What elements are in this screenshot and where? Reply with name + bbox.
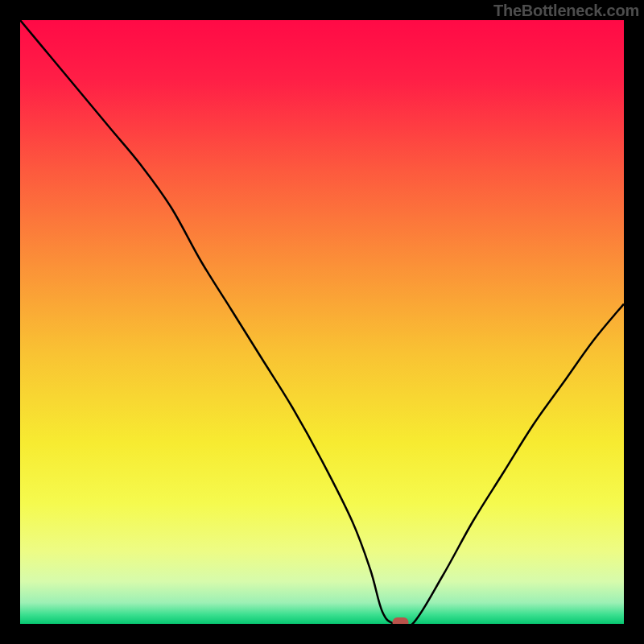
- gradient-background: [20, 20, 624, 624]
- plot-area: [20, 20, 624, 624]
- watermark-text: TheBottleneck.com: [493, 2, 639, 20]
- minimum-marker: [393, 617, 409, 624]
- bottleneck-chart: [20, 20, 624, 624]
- chart-frame: TheBottleneck.com: [0, 0, 644, 644]
